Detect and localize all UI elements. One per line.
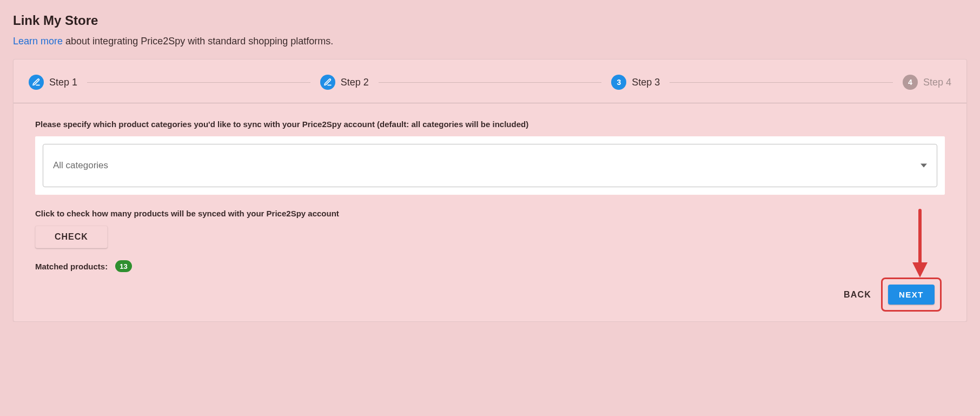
pencil-icon xyxy=(29,75,44,90)
categories-select-container: All categories xyxy=(35,136,945,195)
step-number-icon: 4 xyxy=(903,75,918,90)
step-line xyxy=(87,82,310,83)
step-label: Step 4 xyxy=(923,77,951,88)
step-1[interactable]: Step 1 xyxy=(29,75,77,90)
learn-more-link[interactable]: Learn more xyxy=(13,36,63,47)
wizard-actions: BACK NEXT xyxy=(35,278,945,312)
wizard-panel: Step 1 Step 2 3 Step 3 4 Step 4 Please s… xyxy=(13,59,967,322)
check-button[interactable]: CHECK xyxy=(35,226,108,248)
matched-products-count-badge: 13 xyxy=(115,260,131,272)
next-button[interactable]: NEXT xyxy=(888,285,935,305)
step-4[interactable]: 4 Step 4 xyxy=(903,75,951,90)
pencil-icon xyxy=(320,75,335,90)
categories-select[interactable]: All categories xyxy=(43,144,937,187)
step-label: Step 2 xyxy=(341,77,369,88)
step-number-icon: 3 xyxy=(611,75,626,90)
matched-products-label: Matched products: xyxy=(35,262,108,271)
chevron-down-icon xyxy=(921,164,927,168)
check-instruction: Click to check how many products will be… xyxy=(35,209,945,218)
step-line xyxy=(379,82,602,83)
back-button[interactable]: BACK xyxy=(842,285,873,305)
subtitle-rest: about integrating Price2Spy with standar… xyxy=(63,36,333,47)
step-label: Step 3 xyxy=(632,77,660,88)
categories-select-value: All categories xyxy=(53,160,108,171)
step-3[interactable]: 3 Step 3 xyxy=(611,75,660,90)
categories-instruction: Please specify which product categories … xyxy=(35,120,945,129)
step-2[interactable]: Step 2 xyxy=(320,75,369,90)
step-label: Step 1 xyxy=(49,77,77,88)
matched-products-row: Matched products: 13 xyxy=(35,260,945,272)
next-button-highlight: NEXT xyxy=(881,278,942,312)
page-title: Link My Store xyxy=(13,13,967,28)
panel-body: Please specify which product categories … xyxy=(14,103,966,321)
stepper: Step 1 Step 2 3 Step 3 4 Step 4 xyxy=(14,60,966,103)
subtitle: Learn more about integrating Price2Spy w… xyxy=(13,36,967,47)
step-line xyxy=(670,82,893,83)
